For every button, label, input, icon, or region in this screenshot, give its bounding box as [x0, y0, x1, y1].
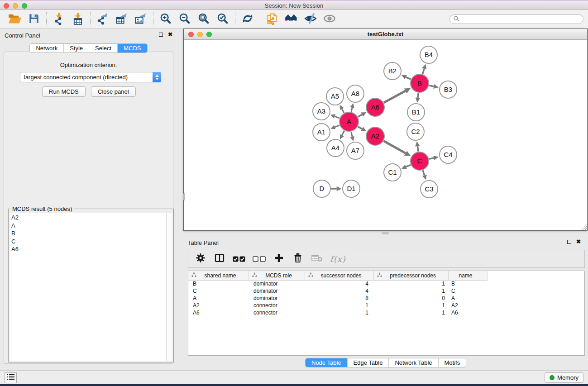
- node-B1[interactable]: B1: [407, 104, 425, 121]
- node-A6[interactable]: A6: [366, 98, 384, 116]
- tab-select[interactable]: Select: [89, 44, 117, 52]
- edge-A-A2[interactable]: [358, 127, 367, 131]
- table-row[interactable]: A2connector11A2: [188, 302, 584, 310]
- zoom-fit-button[interactable]: [196, 12, 212, 27]
- column-header-MCDS-role[interactable]: MCDS role: [249, 271, 305, 281]
- export-table-button[interactable]: [114, 12, 130, 27]
- edge-C-C1[interactable]: [402, 165, 411, 169]
- node-B3[interactable]: B3: [440, 81, 457, 98]
- edge-A-A1[interactable]: [330, 125, 339, 129]
- home-networks-button[interactable]: [283, 12, 300, 27]
- mcds-result-item[interactable]: A6: [11, 245, 166, 253]
- node-A5[interactable]: A5: [326, 88, 344, 105]
- table-tab-network-table[interactable]: Network Table: [388, 358, 438, 367]
- function-builder-button[interactable]: f(x): [330, 252, 346, 266]
- hide-selected-button[interactable]: [302, 12, 319, 27]
- table-row[interactable]: Adominator80A: [188, 295, 584, 302]
- node-A7[interactable]: A7: [347, 142, 364, 159]
- node-B4[interactable]: B4: [420, 46, 437, 63]
- mcds-result-item[interactable]: A2: [11, 214, 166, 222]
- node-A[interactable]: A: [339, 112, 359, 131]
- network-horizontal-scrollbar[interactable]: [382, 232, 389, 234]
- deselect-all-button[interactable]: [253, 252, 266, 266]
- refresh-button[interactable]: [239, 12, 256, 27]
- split-columns-button[interactable]: [214, 252, 225, 266]
- export-network-button[interactable]: [95, 12, 111, 27]
- edge-C-C3[interactable]: [422, 170, 427, 180]
- import-network-button[interactable]: [51, 12, 67, 27]
- import-table-button[interactable]: [70, 12, 86, 27]
- column-header-successor-nodes[interactable]: successor nodes: [305, 271, 374, 281]
- mcds-result-item[interactable]: B: [11, 229, 166, 238]
- search-field[interactable]: [449, 14, 583, 24]
- show-all-button[interactable]: [321, 12, 338, 27]
- edge-A6-B[interactable]: [384, 88, 411, 103]
- float-panel-icon[interactable]: [159, 33, 163, 37]
- edge-C-C2[interactable]: [415, 141, 420, 151]
- save-session-button[interactable]: [26, 12, 42, 27]
- node-C[interactable]: C: [411, 152, 429, 170]
- search-input[interactable]: [461, 15, 583, 23]
- delete-table-button[interactable]: [311, 252, 323, 266]
- delete-column-button[interactable]: [292, 252, 304, 266]
- tab-mcds[interactable]: MCDS: [117, 44, 147, 52]
- table-row[interactable]: Cdominator41C: [188, 288, 584, 295]
- edge-A-A4[interactable]: [340, 131, 344, 139]
- edge-A-A5[interactable]: [339, 105, 344, 113]
- open-file-button[interactable]: [7, 12, 23, 27]
- task-history-button[interactable]: [5, 372, 17, 383]
- node-A8[interactable]: A8: [347, 85, 364, 102]
- node-A2[interactable]: A2: [366, 127, 384, 145]
- edge-A2-C[interactable]: [384, 141, 411, 157]
- tab-style[interactable]: Style: [63, 44, 89, 52]
- close-panel-icon[interactable]: ✖: [168, 32, 172, 37]
- node-C1[interactable]: C1: [384, 164, 401, 181]
- edge-A-A3[interactable]: [330, 114, 339, 119]
- edge-A-A6[interactable]: [358, 112, 367, 117]
- node-A1[interactable]: A1: [313, 124, 330, 141]
- node-D[interactable]: D: [313, 180, 330, 197]
- session-documents-button[interactable]: [264, 12, 281, 27]
- table-tab-motifs[interactable]: Motifs: [438, 358, 466, 367]
- node-B2[interactable]: B2: [384, 62, 401, 80]
- table-tab-edge-table[interactable]: Edge Table: [347, 358, 389, 367]
- column-header-predecessor-nodes[interactable]: predecessor nodes: [374, 271, 449, 281]
- column-header-shared-name[interactable]: shared name: [188, 271, 249, 281]
- zoom-in-button[interactable]: [158, 12, 174, 27]
- node-C3[interactable]: C3: [421, 181, 438, 198]
- tab-network[interactable]: Network: [30, 44, 63, 52]
- memory-button[interactable]: Memory: [545, 372, 583, 383]
- edge-A-A8[interactable]: [350, 103, 354, 112]
- close-panel-button[interactable]: Close panel: [91, 86, 136, 97]
- result-list-scrollbar[interactable]: [166, 213, 172, 361]
- export-image-button[interactable]: [133, 12, 149, 27]
- node-C2[interactable]: C2: [407, 123, 424, 140]
- add-column-button[interactable]: [273, 252, 285, 266]
- column-header-name[interactable]: name: [449, 271, 488, 281]
- zoom-out-button[interactable]: [177, 12, 193, 27]
- table-row[interactable]: A6connector11A6: [188, 310, 584, 317]
- table-tab-node-table[interactable]: Node Table: [306, 358, 347, 367]
- node-D1[interactable]: D1: [343, 180, 360, 197]
- edge-A-A7[interactable]: [350, 132, 354, 141]
- edge-B-B1[interactable]: [416, 93, 420, 102]
- table-row[interactable]: Bdominator41B: [188, 281, 584, 288]
- edge-B-B2[interactable]: [402, 75, 411, 80]
- node-A3[interactable]: A3: [313, 103, 330, 120]
- settings-gear-button[interactable]: [195, 252, 206, 266]
- network-vertical-scrollbar[interactable]: [183, 193, 185, 200]
- float-table-panel-icon[interactable]: [567, 240, 571, 244]
- run-mcds-button[interactable]: Run MCDS: [42, 86, 86, 97]
- select-all-button[interactable]: [233, 252, 245, 266]
- optimization-criterion-select[interactable]: largest connected component (directed): [20, 72, 161, 82]
- close-table-panel-icon[interactable]: ✖: [576, 239, 581, 244]
- network-window-titlebar[interactable]: testGlobe.txt: [184, 29, 587, 40]
- node-C4[interactable]: C4: [440, 146, 457, 163]
- mcds-result-item[interactable]: A: [11, 222, 166, 230]
- edge-C-C4[interactable]: [429, 156, 439, 160]
- node-A4[interactable]: A4: [327, 139, 344, 157]
- node-B[interactable]: B: [411, 74, 429, 92]
- zoom-selected-button[interactable]: [215, 12, 231, 27]
- edge-B-B4[interactable]: [422, 64, 426, 74]
- edge-D-D1[interactable]: [331, 186, 342, 191]
